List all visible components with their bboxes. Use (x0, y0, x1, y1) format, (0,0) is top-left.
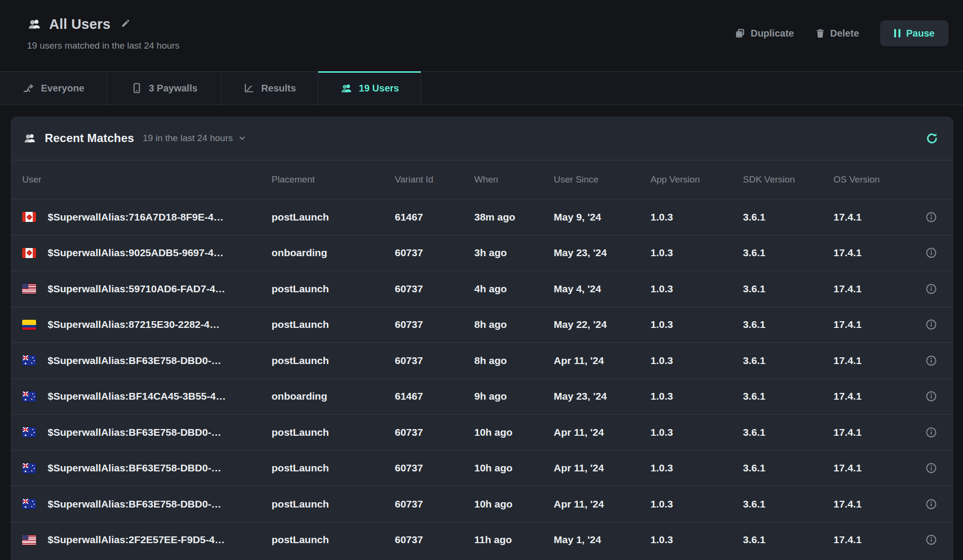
info-icon (925, 247, 937, 259)
phone-icon (131, 82, 143, 94)
pause-label: Pause (906, 28, 935, 39)
user-alias: $SuperwallAlias:9025ADB5-9697-4… (48, 247, 223, 259)
delete-label: Delete (830, 28, 859, 39)
variant-id-value: 60737 (395, 462, 474, 474)
user-since-value: Apr 11, '24 (554, 498, 651, 510)
when-value: 10h ago (474, 427, 554, 438)
trash-icon (815, 28, 825, 39)
duplicate-label: Duplicate (751, 28, 794, 39)
app-version-value: 1.0.3 (651, 498, 743, 510)
info-button[interactable] (924, 210, 938, 224)
os-version-value: 17.4.1 (833, 319, 921, 330)
info-button[interactable] (924, 246, 938, 260)
tab-paywalls[interactable]: 3 Paywalls (107, 72, 221, 104)
when-value: 8h ago (474, 319, 554, 330)
column-header-placement: Placement (272, 174, 395, 185)
tab-paywalls-label: 3 Paywalls (149, 83, 197, 94)
user-since-value: Apr 11, '24 (554, 427, 651, 438)
info-button[interactable] (924, 533, 938, 547)
info-icon (925, 391, 937, 402)
country-flag-icon (22, 463, 36, 473)
page-title: All Users (49, 16, 111, 32)
variant-id-value: 61467 (395, 391, 474, 402)
info-button[interactable] (924, 354, 938, 367)
app-version-value: 1.0.3 (651, 391, 743, 402)
table-row[interactable]: $SuperwallAlias:716A7D18-8F9E-4… postLau… (11, 199, 953, 235)
info-icon (925, 427, 937, 438)
table-row[interactable]: $SuperwallAlias:87215E30-2282-4… postLau… (11, 307, 953, 343)
delete-button[interactable]: Delete (815, 28, 859, 39)
when-value: 10h ago (474, 498, 554, 510)
info-button[interactable] (924, 390, 938, 403)
placement-value: onboarding (272, 391, 395, 402)
os-version-value: 17.4.1 (833, 391, 921, 402)
table-row[interactable]: $SuperwallAlias:BF63E758-DBD0-… postLaun… (11, 450, 953, 486)
recent-matches-panel: Recent Matches 19 in the last 24 hours U… (11, 117, 953, 560)
os-version-value: 17.4.1 (833, 355, 921, 366)
info-button[interactable] (924, 282, 938, 296)
placement-value: postLaunch (272, 427, 395, 438)
app-version-value: 1.0.3 (651, 211, 743, 223)
table-body: $SuperwallAlias:716A7D18-8F9E-4… postLau… (11, 199, 953, 558)
matches-users-icon (23, 132, 36, 144)
country-flag-icon (22, 391, 36, 402)
table-row[interactable]: $SuperwallAlias:BF63E758-DBD0-… postLaun… (11, 486, 953, 522)
country-flag-icon (22, 248, 36, 258)
info-icon (925, 211, 937, 223)
info-button[interactable] (924, 497, 938, 511)
table-row[interactable]: $SuperwallAlias:59710AD6-FAD7-4… postLau… (11, 271, 953, 307)
info-icon (925, 319, 937, 330)
column-header-app-version: App Version (651, 174, 743, 185)
duplicate-button[interactable]: Duplicate (735, 28, 794, 39)
placement-value: onboarding (272, 247, 395, 259)
table-row[interactable]: $SuperwallAlias:9025ADB5-9697-4… onboard… (11, 235, 953, 271)
users-tab-icon (340, 83, 352, 94)
column-header-when: When (474, 174, 554, 185)
tab-results[interactable]: Results (221, 72, 318, 104)
country-flag-icon (22, 427, 36, 437)
when-value: 4h ago (474, 283, 554, 295)
refresh-button[interactable] (923, 130, 941, 147)
variant-id-value: 61467 (395, 211, 474, 223)
sdk-version-value: 3.6.1 (743, 462, 833, 474)
placement-value: postLaunch (272, 283, 395, 295)
panel-title: Recent Matches (45, 131, 134, 145)
user-since-value: May 1, '24 (554, 534, 651, 546)
user-alias: $SuperwallAlias:59710AD6-FAD7-4… (48, 283, 225, 295)
app-version-value: 1.0.3 (651, 427, 743, 438)
column-header-os-version: OS Version (833, 174, 921, 185)
user-since-value: May 23, '24 (554, 247, 651, 259)
os-version-value: 17.4.1 (833, 211, 921, 223)
column-header-variant-id: Variant Id (395, 174, 474, 185)
user-alias: $SuperwallAlias:2F2E57EE-F9D5-4… (48, 534, 225, 546)
table-header-row: User Placement Variant Id When User Sinc… (11, 160, 953, 199)
placement-value: postLaunch (272, 534, 395, 546)
info-button[interactable] (924, 461, 938, 475)
user-since-value: May 23, '24 (554, 391, 651, 402)
tab-users[interactable]: 19 Users (318, 72, 421, 104)
users-icon (27, 18, 41, 30)
app-version-value: 1.0.3 (651, 319, 743, 330)
tab-everyone[interactable]: Everyone (0, 72, 107, 104)
info-button[interactable] (924, 318, 938, 331)
variant-id-value: 60737 (395, 319, 474, 330)
user-alias: $SuperwallAlias:BF63E758-DBD0-… (48, 498, 221, 510)
table-row[interactable]: $SuperwallAlias:BF63E758-DBD0-… postLaun… (11, 342, 953, 378)
user-alias: $SuperwallAlias:BF63E758-DBD0-… (48, 427, 221, 438)
time-range-dropdown[interactable]: 19 in the last 24 hours (143, 133, 247, 143)
app-version-value: 1.0.3 (651, 355, 743, 366)
info-button[interactable] (924, 426, 938, 439)
edit-title-button[interactable] (118, 17, 132, 31)
pause-button[interactable]: Pause (880, 20, 949, 46)
when-value: 3h ago (474, 247, 554, 259)
placement-value: postLaunch (272, 355, 395, 366)
sdk-version-value: 3.6.1 (743, 498, 833, 510)
table-row[interactable]: $SuperwallAlias:BF63E758-DBD0-… postLaun… (11, 414, 953, 450)
table-row[interactable]: $SuperwallAlias:BF14CA45-3B55-4… onboard… (11, 378, 953, 415)
pause-icon (894, 29, 900, 38)
placement-value: postLaunch (272, 462, 395, 474)
os-version-value: 17.4.1 (833, 534, 921, 546)
table-row[interactable]: $SuperwallAlias:2F2E57EE-F9D5-4… postLau… (11, 522, 953, 558)
when-value: 9h ago (474, 391, 554, 402)
tab-results-label: Results (261, 83, 296, 94)
